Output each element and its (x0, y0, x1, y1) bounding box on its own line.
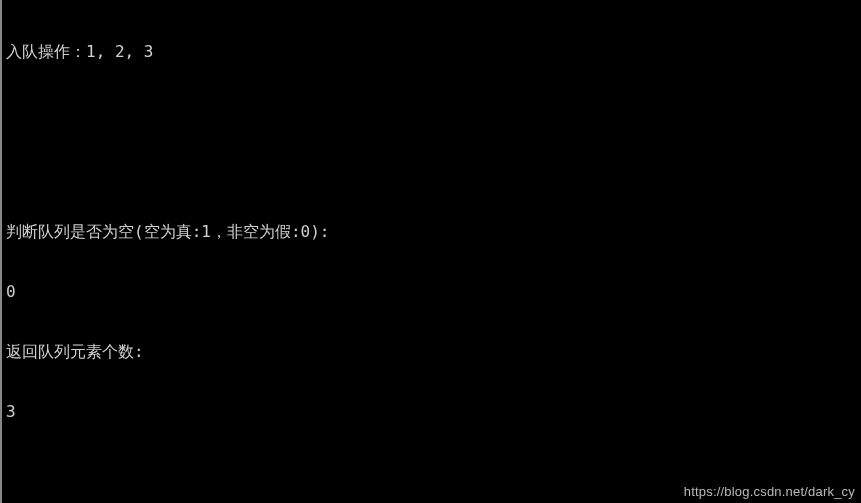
console-line: 返回队列元素个数: (6, 342, 861, 362)
console-line: 3 (6, 402, 861, 422)
console-line (6, 462, 861, 482)
console-line (6, 102, 861, 122)
console-line: 入队操作：1, 2, 3 (6, 42, 861, 62)
watermark-text: https://blog.csdn.net/dark_cy (684, 484, 855, 499)
console-line (6, 162, 861, 182)
console-window[interactable]: 入队操作：1, 2, 3 判断队列是否为空(空为真:1，非空为假:0): 0 返… (0, 0, 861, 503)
console-line: 判断队列是否为空(空为真:1，非空为假:0): (6, 222, 861, 242)
console-line: 0 (6, 282, 861, 302)
